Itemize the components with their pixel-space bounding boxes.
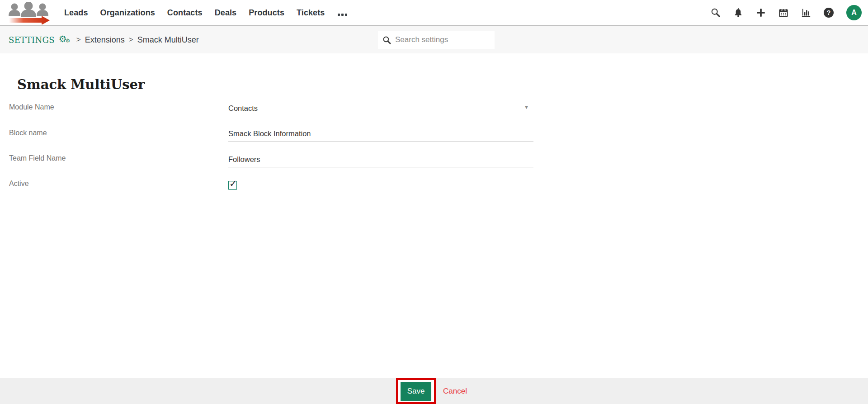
nav-item-tickets[interactable]: Tickets: [297, 8, 325, 18]
add-plus-icon[interactable]: [756, 8, 766, 18]
breadcrumb-bar: SETTINGS ⚙ ⚙ > Extensions > Smack MultiU…: [0, 25, 868, 53]
notifications-bell-icon[interactable]: [733, 8, 743, 18]
settings-search-box: [378, 31, 495, 49]
nav-item-deals[interactable]: Deals: [215, 8, 237, 18]
search-icon: [382, 36, 391, 44]
breadcrumb: SETTINGS ⚙ ⚙ > Extensions > Smack MultiU…: [9, 26, 199, 54]
cancel-link[interactable]: Cancel: [443, 378, 467, 404]
settings-search-input[interactable]: [395, 35, 486, 44]
settings-gears-icon[interactable]: ⚙ ⚙: [59, 33, 72, 46]
help-glyph: ?: [827, 9, 831, 16]
main-menu: Leads Organizations Contacts Deals Produ…: [64, 8, 347, 18]
breadcrumb-separator: >: [76, 35, 81, 44]
reports-chart-icon[interactable]: [801, 8, 811, 18]
avatar-initial: A: [851, 9, 857, 17]
nav-item-products[interactable]: Products: [249, 8, 284, 18]
module-name-value: Contacts: [228, 104, 258, 113]
nav-item-organizations[interactable]: Organizations: [100, 8, 155, 18]
dot: [345, 14, 347, 16]
search-icon[interactable]: [711, 8, 721, 18]
breadcrumb-item-current: Smack MultiUser: [137, 35, 199, 45]
page-title: Smack MultiUser: [17, 77, 145, 92]
module-name-label: Module Name: [9, 103, 54, 111]
breadcrumb-separator: >: [129, 35, 133, 44]
module-name-select[interactable]: Contacts ▼: [228, 100, 533, 116]
user-avatar[interactable]: A: [846, 5, 862, 20]
block-name-input[interactable]: [228, 129, 533, 138]
team-field-name-input[interactable]: [228, 155, 533, 164]
dot: [341, 14, 344, 16]
nav-actions: ? A: [711, 0, 862, 25]
settings-link[interactable]: SETTINGS: [9, 35, 55, 45]
checkmark-icon: ✓: [229, 178, 237, 189]
breadcrumb-item-extensions[interactable]: Extensions: [85, 35, 125, 45]
team-field-name-field: [228, 152, 533, 167]
block-name-field: [228, 126, 533, 142]
annotation-highlight-box: Save: [396, 378, 436, 404]
nav-item-leads[interactable]: Leads: [64, 8, 88, 18]
active-label: Active: [9, 179, 29, 188]
help-icon[interactable]: ?: [824, 8, 834, 18]
main-content: Smack MultiUser Module Name Contacts ▼ B…: [0, 53, 868, 378]
nav-item-contacts[interactable]: Contacts: [167, 8, 203, 18]
dot: [338, 14, 340, 16]
team-field-name-label: Team Field Name: [9, 154, 66, 162]
block-name-label: Block name: [9, 128, 47, 137]
footer-action-bar: Save Cancel: [0, 378, 868, 404]
chevron-down-icon: ▼: [525, 105, 528, 109]
top-nav-bar: Leads Organizations Contacts Deals Produ…: [0, 0, 868, 25]
active-checkbox[interactable]: ✓: [228, 181, 237, 190]
save-button[interactable]: Save: [401, 382, 432, 401]
gear-icon: ⚙: [66, 38, 71, 43]
active-field: ✓: [228, 177, 542, 193]
calendar-icon[interactable]: [778, 8, 788, 18]
app-logo-icon[interactable]: [5, 2, 54, 24]
more-menu-icon[interactable]: [338, 10, 347, 16]
